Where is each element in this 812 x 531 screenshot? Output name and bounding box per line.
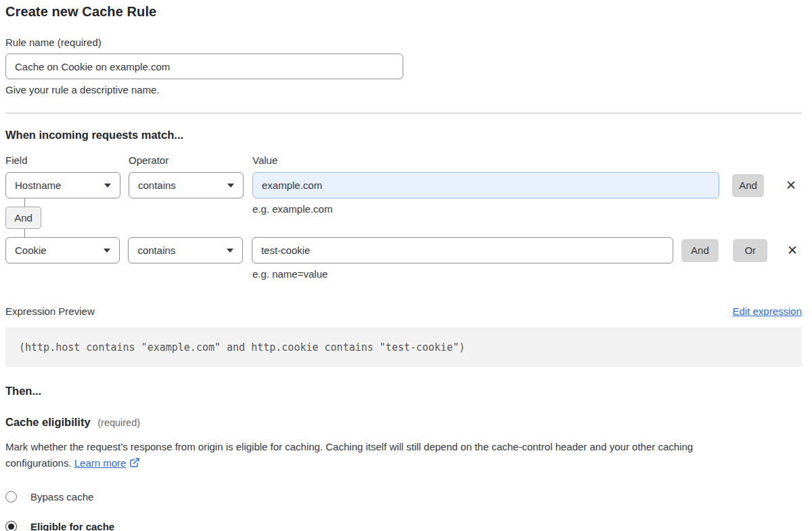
chevron-down-icon: [104, 249, 110, 253]
and-button[interactable]: And: [681, 239, 719, 262]
required-note: (required): [97, 417, 140, 428]
edit-expression-link[interactable]: Edit expression: [732, 305, 802, 317]
operator-select[interactable]: contains: [128, 237, 242, 263]
page-title: Create new Cache Rule: [5, 0, 802, 20]
operator-select[interactable]: contains: [129, 172, 244, 198]
expression-code: (http.host contains "example.com" and ht…: [5, 327, 802, 367]
condition-row: Hostname contains And ✕: [5, 172, 802, 198]
remove-condition-button[interactable]: ✕: [783, 241, 802, 260]
and-button[interactable]: And: [732, 174, 764, 197]
learn-more-link[interactable]: Learn more: [74, 457, 127, 469]
description-line1: Mark whether the request’s response from…: [5, 441, 693, 452]
condition-column-labels: Field Operator Value: [5, 154, 802, 166]
condition-connector-and[interactable]: And: [5, 207, 41, 229]
operator-select-value: contains: [137, 245, 175, 256]
chevron-down-icon: [227, 184, 234, 188]
chevron-down-icon: [104, 184, 111, 188]
cache-eligibility-header: Cache eligibility (required): [5, 416, 802, 429]
value-input[interactable]: [252, 237, 673, 263]
cache-eligibility-heading: Cache eligibility: [5, 416, 91, 428]
field-select-value: Hostname: [15, 179, 61, 191]
rule-name-input[interactable]: [5, 54, 403, 79]
remove-condition-button[interactable]: ✕: [782, 176, 800, 195]
match-heading: When incoming requests match...: [5, 129, 802, 142]
rule-name-label: Rule name (required): [5, 37, 802, 48]
radio-option-eligible[interactable]: Eligible for cache: [5, 521, 802, 531]
then-heading: Then...: [5, 385, 802, 398]
condition-connector-area: And e.g. example.com: [5, 198, 802, 237]
close-icon: ✕: [786, 178, 796, 192]
value-hint: e.g. name=value: [252, 268, 802, 280]
external-link-icon: [129, 456, 140, 473]
radio-button-unselected[interactable]: [5, 491, 17, 503]
section-divider: [5, 112, 802, 114]
column-label-value: Value: [252, 154, 277, 166]
rule-name-helper: Give your rule a descriptive name.: [5, 84, 802, 95]
chevron-down-icon: [227, 249, 233, 253]
radio-option-bypass[interactable]: Bypass cache: [5, 491, 802, 503]
close-icon: ✕: [787, 243, 798, 257]
create-cache-rule-form: Create new Cache Rule Rule name (require…: [0, 0, 812, 531]
operator-select-value: contains: [138, 179, 176, 191]
radio-label: Eligible for cache: [30, 521, 114, 531]
radio-label: Bypass cache: [30, 491, 93, 503]
field-select[interactable]: Hostname: [5, 172, 120, 198]
expression-preview-header: Expression Preview Edit expression: [5, 305, 802, 317]
condition-row: Cookie contains And Or ✕: [5, 237, 802, 263]
value-input[interactable]: [252, 172, 719, 198]
column-label-field: Field: [5, 154, 129, 166]
description-line2: configurations.: [5, 457, 72, 469]
field-select[interactable]: Cookie: [5, 237, 120, 263]
value-hint: e.g. example.com: [252, 203, 332, 215]
radio-button-selected[interactable]: [5, 521, 17, 531]
column-label-operator: Operator: [129, 154, 252, 166]
or-button[interactable]: Or: [733, 239, 767, 262]
field-select-value: Cookie: [15, 245, 47, 256]
cache-eligibility-description: Mark whether the request’s response from…: [5, 439, 790, 473]
expression-code-text: (http.host contains "example.com" and ht…: [19, 341, 465, 354]
expression-preview-label: Expression Preview: [5, 305, 95, 317]
